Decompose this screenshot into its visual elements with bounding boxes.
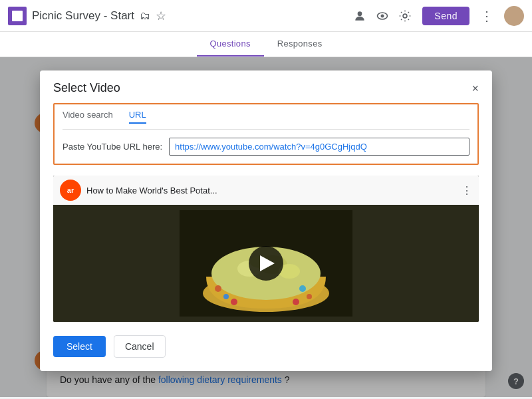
modal-header: Select Video × <box>40 70 492 103</box>
svg-point-15 <box>307 294 312 299</box>
collaborator-icon[interactable] <box>353 9 366 23</box>
topbar-right: Send ⋮ <box>353 6 524 26</box>
preview-icon[interactable] <box>376 9 389 23</box>
tab-video-search[interactable]: Video search <box>63 110 113 124</box>
svg-point-12 <box>223 294 229 299</box>
select-button[interactable]: Select <box>53 336 106 357</box>
svg-point-3 <box>403 14 407 18</box>
modal-footer: Select Cancel <box>40 335 492 371</box>
play-triangle-icon <box>260 255 275 271</box>
topbar-left: Picnic Survey - Start <box>8 7 353 25</box>
tab-url[interactable]: URL <box>129 110 146 124</box>
video-title: How to Make World's Best Potat... <box>86 186 456 196</box>
send-button[interactable]: Send <box>422 7 469 25</box>
topbar: Picnic Survey - Start Send ⋮ <box>0 0 532 32</box>
app-icon-inner <box>12 11 23 21</box>
star-icon[interactable] <box>156 9 166 23</box>
modal-tabs-section: Video search URL Paste YouTube URL here: <box>40 103 492 165</box>
modal-overlay: Select Video × Video search URL Paste Yo… <box>0 57 532 397</box>
select-video-modal: Select Video × Video search URL Paste Yo… <box>40 70 492 371</box>
url-label: Paste YouTube URL here: <box>63 142 162 152</box>
video-thumbnail: ar How to Make World's Best Potat... ⋮ <box>53 176 479 322</box>
modal-tab-row: Video search URL <box>63 110 469 130</box>
url-input[interactable] <box>169 138 469 156</box>
video-top-bar: ar How to Make World's Best Potat... ⋮ <box>53 176 479 205</box>
more-options-icon[interactable]: ⋮ <box>480 8 493 24</box>
svg-point-14 <box>299 285 306 292</box>
modal-title: Select Video <box>53 81 120 95</box>
svg-point-16 <box>293 299 299 305</box>
play-button[interactable] <box>249 246 283 281</box>
svg-point-2 <box>381 14 384 17</box>
settings-icon[interactable] <box>398 9 412 23</box>
video-menu-dots[interactable]: ⋮ <box>462 184 472 197</box>
tab-responses[interactable]: Responses <box>264 32 336 57</box>
tab-questions[interactable]: Questions <box>197 32 264 57</box>
cancel-button[interactable]: Cancel <box>114 335 166 358</box>
modal-tab-container: Video search URL Paste YouTube URL here: <box>53 103 479 165</box>
video-container: ar How to Make World's Best Potat... ⋮ <box>53 176 479 322</box>
svg-point-11 <box>215 285 221 292</box>
url-row: Paste YouTube URL here: <box>63 138 469 156</box>
main-area: 2 3 Do you have any of the following die… <box>0 57 532 397</box>
modal-close-button[interactable]: × <box>471 82 479 94</box>
tabs-bar: Questions Responses <box>0 32 532 57</box>
folder-icon[interactable] <box>140 9 150 23</box>
avatar[interactable] <box>504 6 524 26</box>
svg-point-13 <box>231 299 237 305</box>
topbar-right-icons <box>353 9 412 23</box>
svg-point-0 <box>358 11 362 16</box>
channel-avatar: ar <box>60 180 81 201</box>
doc-title: Picnic Survey - Start <box>32 9 134 23</box>
app-icon <box>8 7 27 25</box>
video-image-area <box>53 205 479 322</box>
